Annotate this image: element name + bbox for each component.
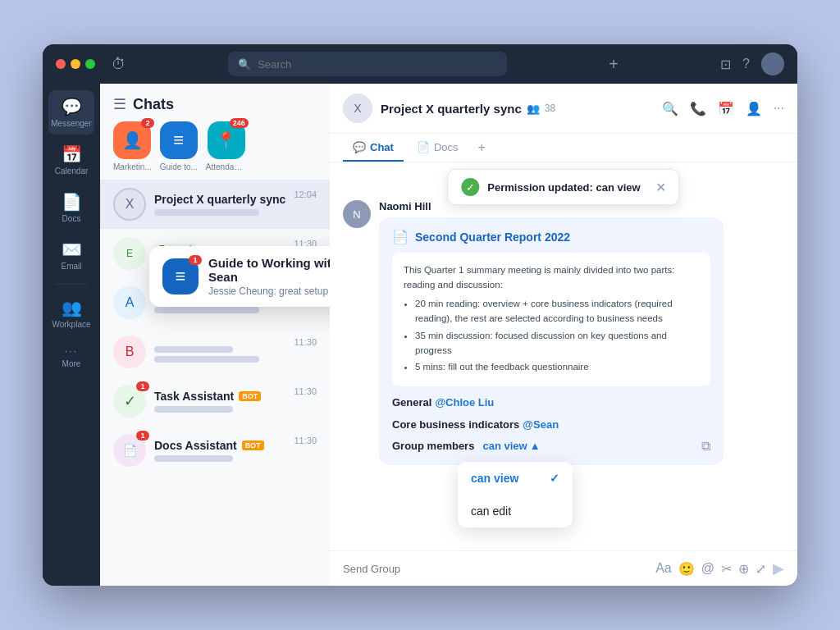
mention-sean: @Sean xyxy=(523,418,559,431)
maximize-button[interactable] xyxy=(85,59,95,69)
chats-title: Chats xyxy=(133,96,174,113)
emoji-icon[interactable]: 🙂 xyxy=(678,561,695,577)
chat-info-docs: Docs Assistant BOT xyxy=(154,439,285,462)
nav-divider xyxy=(55,284,88,285)
font-size-icon[interactable]: Aa xyxy=(655,561,672,576)
chat-info-project-x: Project X quarterly sync xyxy=(154,193,285,216)
docs-label: Docs xyxy=(62,214,81,223)
screen-icon[interactable]: ⊡ xyxy=(720,57,731,72)
chat-avatar-docs: 📄 1 xyxy=(113,434,146,467)
scissors-icon[interactable]: ✂ xyxy=(721,561,732,577)
permission-menu: can view ✓ can edit xyxy=(458,462,573,527)
group-marketing-label: Marketin... xyxy=(113,162,152,171)
expand-icon[interactable]: ⤢ xyxy=(756,561,766,577)
title-bar: ⏱ 🔍 + ⊡ ? xyxy=(43,44,797,84)
doc-section-general: General @Chloe Liu xyxy=(392,396,710,409)
group-marketing-badge: 2 xyxy=(141,118,154,128)
chat-item-task-assistant[interactable]: ✓ 1 Task Assistant BOT 11:30 xyxy=(100,377,330,426)
chat-header-actions: 🔍 📞 📅 👤 ··· xyxy=(662,101,784,116)
close-button[interactable] xyxy=(56,59,66,69)
sidebar-item-docs[interactable]: 📄 Docs xyxy=(48,185,94,230)
permission-dropdown-button[interactable]: can view ▲ xyxy=(482,440,540,452)
chat-name-docs: Docs Assistant BOT xyxy=(154,439,285,452)
task-badge: 1 xyxy=(136,381,149,391)
doc-bullet-3: 5 mins: fill out the feedback questionna… xyxy=(415,359,699,374)
chat-item-4[interactable]: B 11:30 xyxy=(100,327,330,377)
can-view-label: can view xyxy=(471,472,518,485)
user-avatar[interactable] xyxy=(761,52,784,75)
can-edit-label: can edit xyxy=(471,504,511,518)
doc-inner: This Quarter 1 summary meeting is mainly… xyxy=(392,253,710,386)
search-input[interactable] xyxy=(258,58,497,71)
history-icon[interactable]: ⏱ xyxy=(112,56,126,73)
permission-option-can-view[interactable]: can view ✓ xyxy=(458,462,573,495)
guide-popup-badge: 1 xyxy=(189,255,202,265)
add-member-icon[interactable]: 👤 xyxy=(746,101,762,116)
calendar-icon: 📅 xyxy=(62,144,82,164)
sidebar-item-messenger[interactable]: 💬 Messenger xyxy=(48,90,94,135)
calendar-header-icon[interactable]: 📅 xyxy=(718,101,734,116)
sidebar-item-workplace[interactable]: 👥 Workplace xyxy=(48,291,94,336)
more-label: More xyxy=(62,359,81,368)
doc-file-icon: 📄 xyxy=(392,229,409,244)
chat-preview-bar xyxy=(154,406,233,413)
call-icon[interactable]: 📞 xyxy=(690,101,706,116)
search-bar[interactable]: 🔍 xyxy=(228,52,507,76)
send-button[interactable]: ▶ xyxy=(773,559,784,578)
add-button[interactable]: + xyxy=(609,55,619,74)
docs-icon: 📄 xyxy=(62,192,82,212)
guide-popup[interactable]: ≡ 1 Guide to Working with Sean Jessie Ch… xyxy=(149,246,330,307)
help-icon[interactable]: ? xyxy=(742,57,750,71)
chat-time-project-x: 12:04 xyxy=(294,189,317,199)
copy-icon[interactable]: ⧉ xyxy=(701,439,710,454)
mention-icon[interactable]: @ xyxy=(701,561,714,576)
sidebar-item-calendar[interactable]: 📅 Calendar xyxy=(48,138,94,182)
chat-item-docs-assistant[interactable]: 📄 1 Docs Assistant BOT 11:30 xyxy=(100,426,330,475)
toast-close-button[interactable]: ✕ xyxy=(655,180,666,195)
chat-time-task: 11:30 xyxy=(294,386,317,396)
permission-option-can-edit[interactable]: can edit xyxy=(458,495,573,527)
chat-input-area: Aa 🙂 @ ✂ ⊕ ⤢ ▶ xyxy=(330,550,797,586)
chat-time-docs: 11:30 xyxy=(294,436,317,445)
chat-avatar-3: A xyxy=(113,286,146,319)
chat-time-4: 11:30 xyxy=(294,337,317,347)
messenger-icon: 💬 xyxy=(62,97,82,116)
sidebar-item-more[interactable]: ··· More xyxy=(48,339,94,375)
doc-bullet-1: 20 min reading: overview + core business… xyxy=(415,296,699,326)
more-icon: ··· xyxy=(65,345,78,357)
chat-avatar-external: E xyxy=(113,237,146,270)
bot-badge-docs: BOT xyxy=(242,441,264,450)
group-guide[interactable]: ≡ Guide to... xyxy=(160,121,198,171)
sidebar-header: ☰ Chats xyxy=(100,84,330,121)
group-attendance[interactable]: 📍 246 Attendance xyxy=(206,121,247,171)
add-attachment-icon[interactable]: ⊕ xyxy=(738,561,749,577)
sidebar: ☰ Chats 👤 2 Marketin... ≡ Guide to... xyxy=(100,84,330,586)
tab-chat[interactable]: 💬 Chat xyxy=(343,135,404,162)
permission-toast: ✓ Permission updated: can view ✕ xyxy=(447,169,679,205)
group-marketing[interactable]: 👤 2 Marketin... xyxy=(113,121,152,171)
group-attendance-badge: 246 xyxy=(230,118,249,128)
doc-card[interactable]: 📄 Second Quarter Report 2022 This Quarte… xyxy=(379,217,724,465)
add-tab-button[interactable]: + xyxy=(472,134,492,162)
chat-header-name: Project X quarterly sync 👥 38 xyxy=(381,102,654,116)
chat-header-info: Project X quarterly sync 👥 38 xyxy=(381,102,654,116)
docs-tab-icon: 📄 xyxy=(417,141,430,153)
minimize-button[interactable] xyxy=(71,59,80,69)
doc-section-core-title: Core business indicators @Sean xyxy=(392,418,710,431)
search-chat-icon[interactable]: 🔍 xyxy=(662,101,678,116)
chat-item-project-x[interactable]: X Project X quarterly sync 12:04 xyxy=(100,180,330,229)
sidebar-item-email[interactable]: ✉️ Email xyxy=(48,233,94,277)
tab-docs[interactable]: 📄 Docs xyxy=(407,135,468,162)
guide-popup-title: Guide to Working with Sean xyxy=(208,256,330,284)
chat-input[interactable] xyxy=(343,563,649,575)
chat-name-project-x: Project X quarterly sync xyxy=(154,193,285,206)
doc-title-text: Second Quarter Report 2022 xyxy=(415,231,570,244)
search-icon: 🔍 xyxy=(238,58,251,71)
doc-bullets: 20 min reading: overview + core business… xyxy=(404,296,699,375)
doc-bullet-2: 35 min discussion: focused discussion on… xyxy=(415,328,699,358)
chat-tab-icon: 💬 xyxy=(353,141,366,153)
more-header-icon[interactable]: ··· xyxy=(774,101,784,116)
member-count: 38 xyxy=(545,103,555,114)
message-row: N Naomi Hill 📄 Second Quarter Report 202… xyxy=(343,200,784,465)
group-guide-icon: ≡ xyxy=(160,121,198,159)
